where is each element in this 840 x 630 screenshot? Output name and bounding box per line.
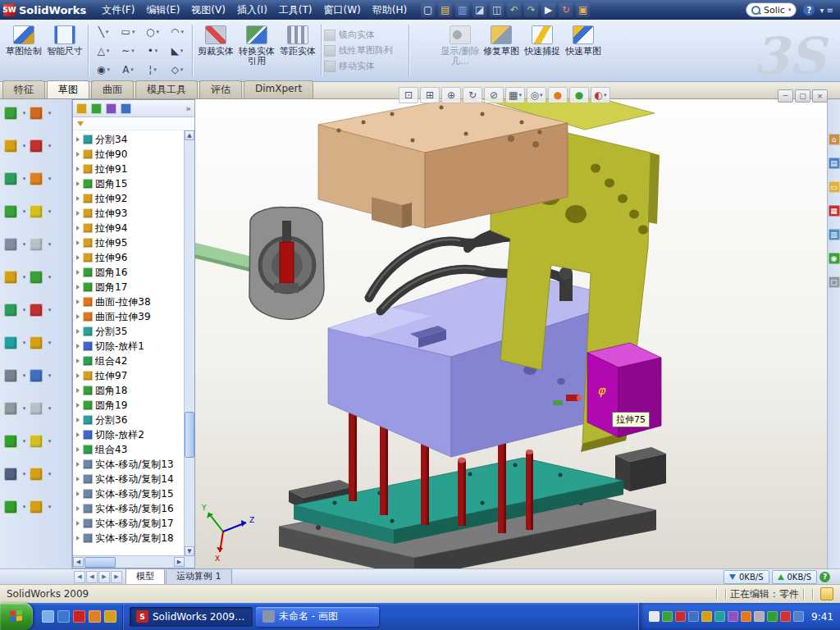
expand-arrow-icon[interactable]: [76, 373, 80, 378]
feature-tool-icon[interactable]: [30, 304, 43, 317]
scroll-left-icon[interactable]: ◀: [73, 557, 84, 567]
rebuild-icon[interactable]: ↻: [559, 3, 573, 17]
tree-item[interactable]: 实体-移动/复制15: [73, 486, 185, 501]
dropdown-arrow-icon[interactable]: ▾: [23, 372, 26, 379]
scene-icon[interactable]: ●: [569, 87, 589, 103]
feature-tool-icon[interactable]: [30, 271, 43, 284]
menu-item[interactable]: 工具(T): [273, 1, 318, 20]
tree-item[interactable]: 圆角18: [73, 383, 185, 398]
minimize-button[interactable]: ─: [778, 89, 793, 103]
tray-icon[interactable]: [675, 611, 686, 622]
tray-icon[interactable]: [754, 611, 765, 622]
expand-arrow-icon[interactable]: [76, 137, 80, 142]
expand-arrow-icon[interactable]: [76, 167, 80, 171]
rotate-view-icon[interactable]: ↻: [463, 87, 482, 103]
tray-icon[interactable]: [714, 611, 725, 622]
expand-arrow-icon[interactable]: [76, 314, 80, 319]
dropdown-arrow-icon[interactable]: ▾: [48, 274, 52, 281]
tree-item[interactable]: 实体-移动/复制14: [73, 472, 185, 486]
dropdown-arrow-icon[interactable]: ▾: [48, 438, 52, 445]
dropdown-arrow-icon[interactable]: ▾: [23, 241, 26, 248]
dropdown-arrow-icon[interactable]: ▾: [23, 405, 26, 412]
print-icon[interactable]: ◪: [472, 3, 486, 17]
centerpoint-arc-tool[interactable]: ◉▾: [91, 60, 116, 79]
menu-item[interactable]: 帮助(H): [367, 1, 413, 20]
tree-item[interactable]: 拉伸97: [73, 368, 185, 383]
feature-tool-icon[interactable]: [4, 172, 17, 185]
quick-snaps-button[interactable]: 快速捕捉: [522, 21, 563, 80]
menu-item[interactable]: 视图(V): [185, 1, 231, 20]
expand-arrow-icon[interactable]: [76, 196, 80, 201]
zoom-fit-icon[interactable]: ⊡: [399, 87, 418, 103]
feature-tool-icon[interactable]: [4, 238, 17, 251]
feature-tool-icon[interactable]: [4, 139, 17, 153]
dropdown-arrow-icon[interactable]: ▾: [48, 208, 52, 215]
last-tab-icon[interactable]: ▶: [111, 571, 122, 583]
feature-tool-icon[interactable]: [30, 500, 43, 514]
expand-arrow-icon[interactable]: [76, 240, 80, 245]
tray-icon[interactable]: [688, 611, 699, 622]
expand-arrow-icon[interactable]: [76, 152, 80, 157]
dropdown-arrow-icon[interactable]: ▾: [23, 340, 26, 346]
expand-arrow-icon[interactable]: [76, 255, 80, 260]
print-preview-icon[interactable]: ◫: [490, 3, 504, 17]
tree-item[interactable]: 组合43: [73, 442, 185, 457]
tree-item[interactable]: 切除-放样1: [73, 339, 185, 354]
ribbon-tab[interactable]: 模具工具: [135, 80, 198, 98]
zoom-in-out-icon[interactable]: ⊕: [441, 87, 461, 103]
tray-icon[interactable]: [780, 611, 791, 622]
dropdown-arrow-icon[interactable]: ▾: [23, 143, 26, 149]
taskbar-clock[interactable]: 9:41: [811, 611, 833, 623]
tree-horizontal-scrollbar[interactable]: ◀ ▶: [73, 555, 185, 568]
dropdown-arrow-icon[interactable]: ▾: [48, 405, 52, 412]
tree-item[interactable]: 实体-移动/复制17: [73, 516, 185, 531]
expand-arrow-icon[interactable]: [76, 344, 80, 349]
menu-item[interactable]: 插入(I): [231, 1, 273, 20]
tray-icon[interactable]: [767, 611, 778, 622]
restore-button[interactable]: ▢: [795, 89, 810, 103]
toolbox-icon[interactable]: ▦: [829, 205, 840, 217]
search-input[interactable]: Solic ▾: [746, 2, 797, 17]
standard-views-icon[interactable]: ▦▾: [505, 87, 525, 103]
featuremanager-tab-icon[interactable]: [76, 103, 87, 114]
dropdown-arrow-icon[interactable]: ▾: [48, 372, 52, 379]
bottom-tab[interactable]: 运动算例 1: [166, 568, 232, 585]
tray-icon[interactable]: [662, 611, 673, 622]
palette-icon[interactable]: ▥: [829, 229, 840, 240]
save-icon[interactable]: ▥: [455, 3, 469, 17]
feature-tool-icon[interactable]: [30, 172, 43, 185]
tree-item[interactable]: 拉伸96: [73, 250, 185, 265]
ie-icon[interactable]: [57, 610, 70, 623]
tree-item[interactable]: 曲面-拉伸38: [73, 294, 185, 309]
tree-item[interactable]: 组合42: [73, 354, 185, 368]
feature-tool-icon[interactable]: [30, 205, 43, 218]
solidworks-icon[interactable]: [73, 610, 85, 623]
feature-tool-icon[interactable]: [4, 402, 17, 415]
scroll-up-icon[interactable]: ▲: [185, 130, 194, 140]
ribbon-tab[interactable]: 曲面: [91, 80, 134, 98]
start-button[interactable]: [0, 603, 33, 630]
dropdown-arrow-icon[interactable]: ▾: [48, 340, 52, 346]
expand-arrow-icon[interactable]: [76, 270, 80, 275]
tree-item[interactable]: 切除-放样2: [73, 427, 185, 442]
expand-arrow-icon[interactable]: [76, 432, 80, 437]
feature-tool-icon[interactable]: [4, 304, 17, 317]
dropdown-arrow-icon[interactable]: ▾: [48, 307, 52, 313]
scroll-down-icon[interactable]: ▼: [185, 546, 194, 556]
propertymanager-tab-icon[interactable]: [91, 103, 102, 114]
smart-dimension-button[interactable]: 智能尺寸: [44, 21, 85, 80]
tree-item[interactable]: 实体-移动/复制18: [73, 531, 185, 546]
feature-tool-icon[interactable]: [4, 107, 17, 120]
rectangle-tool[interactable]: ▭▾: [116, 22, 140, 41]
help-button[interactable]: ?: [803, 4, 815, 16]
feature-tool-icon[interactable]: [30, 369, 43, 382]
expand-arrow-icon[interactable]: [76, 388, 80, 393]
tree-item[interactable]: 圆角15: [73, 176, 185, 191]
sketch-fillet-tool[interactable]: ◣▾: [165, 41, 189, 60]
feature-tool-icon[interactable]: [30, 139, 43, 153]
assembly-model[interactable]: φ Y Z X: [195, 99, 827, 568]
web-portal-icon[interactable]: ◉: [829, 253, 840, 264]
undo-icon[interactable]: ↶: [507, 3, 521, 17]
tree-item[interactable]: 分割36: [73, 413, 185, 427]
home-icon[interactable]: ⌂: [829, 134, 840, 145]
